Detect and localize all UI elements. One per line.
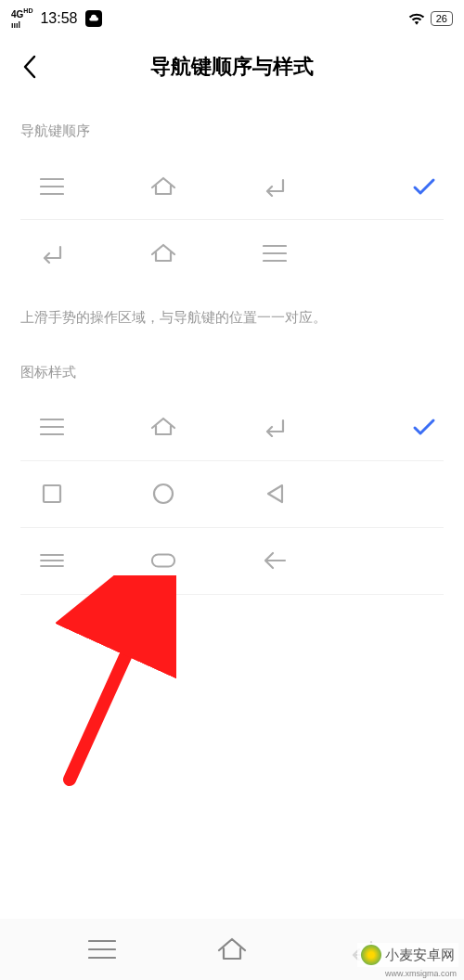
svg-point-1 xyxy=(154,484,173,503)
back-icon xyxy=(39,240,65,266)
triangle-back-icon xyxy=(262,481,288,507)
order-option-2[interactable] xyxy=(20,220,444,287)
back-button[interactable] xyxy=(15,52,45,82)
nav-menu-button[interactable] xyxy=(87,935,117,964)
watermark: 小麦安卓网 xyxy=(357,943,458,967)
wifi-icon xyxy=(408,12,425,25)
watermark-url: www.xmsigma.com xyxy=(385,969,457,978)
style-option-1[interactable] xyxy=(20,394,444,461)
nav-home-button[interactable] xyxy=(217,935,247,964)
thin-menu-icon xyxy=(39,548,65,574)
svg-rect-0 xyxy=(44,485,60,502)
hint-text: 上滑手势的操作区域，与导航键的位置一一对应。 xyxy=(20,287,444,338)
style-option-3[interactable] xyxy=(20,528,444,595)
watermark-logo-icon xyxy=(361,945,381,965)
home-icon xyxy=(150,240,176,266)
home-icon xyxy=(150,174,176,200)
square-icon xyxy=(39,481,65,507)
circle-icon xyxy=(150,481,176,507)
section-style-label: 图标样式 xyxy=(20,338,444,394)
svg-rect-2 xyxy=(152,554,174,566)
status-bar: 4GHD ıııl 13:58 26 xyxy=(0,0,464,37)
header: 导航键顺序与样式 xyxy=(0,37,464,97)
back-icon xyxy=(262,174,288,200)
section-order-label: 导航键顺序 xyxy=(20,97,444,153)
menu-icon xyxy=(262,240,288,266)
watermark-text: 小麦安卓网 xyxy=(385,947,455,964)
home-icon xyxy=(150,414,176,440)
battery-indicator: 26 xyxy=(431,11,453,26)
style-option-2[interactable] xyxy=(20,461,444,528)
cloud-icon xyxy=(85,10,102,27)
order-option-1[interactable] xyxy=(20,153,444,220)
back-icon xyxy=(262,414,288,440)
check-icon xyxy=(412,418,436,436)
menu-icon xyxy=(39,414,65,440)
arrow-left-icon xyxy=(262,548,288,574)
pill-icon xyxy=(150,548,176,574)
network-indicator: 4GHD ıııl xyxy=(11,7,32,30)
annotation-arrow xyxy=(56,575,176,789)
check-icon xyxy=(412,177,436,196)
menu-icon xyxy=(39,174,65,200)
time: 13:58 xyxy=(40,10,77,27)
page-title: 导航键顺序与样式 xyxy=(150,53,314,81)
